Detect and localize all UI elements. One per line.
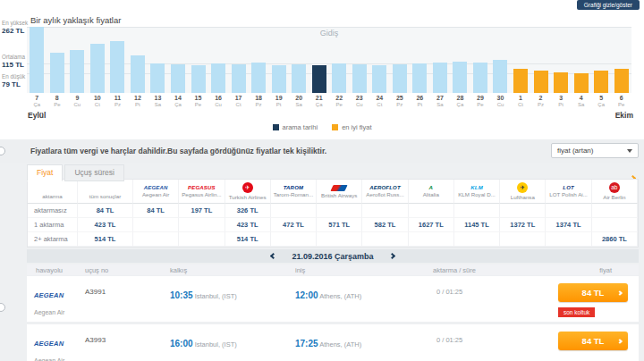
price-bar-day-11[interactable]: [107, 41, 128, 93]
price-bar-day-5[interactable]: [591, 71, 612, 93]
arrival-info: 17:25 Athens, (ATH): [295, 324, 420, 361]
price-bar-day-18[interactable]: [249, 63, 269, 93]
aegean-logo-icon: AEGEAN: [144, 185, 168, 190]
matrix-row-0: aktarmasız84 TL84 TL197 TL326 TL: [28, 204, 638, 218]
matrix-price-cell[interactable]: 326 TL: [225, 204, 271, 218]
flight-row-A3991: AEGEANAegean AirA399110:35 Istanbul, (IS…: [27, 276, 639, 324]
bar: [614, 69, 629, 93]
chart-legend: arama tarihi en iyi fiyat: [0, 123, 644, 131]
bar: [473, 63, 487, 93]
price-bar-day-19[interactable]: [268, 65, 289, 93]
bar: [332, 63, 346, 93]
matrix-row-label: aktarmasız: [28, 204, 78, 218]
price-bar-day-20[interactable]: [289, 64, 309, 93]
stat-average: Ortalama 115 TL: [2, 54, 29, 70]
column-arrival: iniş: [295, 266, 420, 274]
bar: [110, 41, 124, 93]
matrix-price-cell[interactable]: 514 TL: [225, 232, 271, 247]
price-bar-day-21[interactable]: [309, 65, 329, 93]
price-bar-day-7[interactable]: [27, 27, 47, 93]
previous-day-button[interactable]: [271, 254, 275, 258]
price-bars: [27, 27, 631, 93]
price-bar-day-30[interactable]: [490, 60, 511, 93]
price-bar-day-27[interactable]: [430, 63, 451, 93]
matrix-price-cell[interactable]: 1627 TL: [409, 218, 454, 232]
price-bar-day-25[interactable]: [390, 64, 411, 93]
price-bar-day-6[interactable]: [611, 69, 631, 93]
matrix-price-cell[interactable]: 423 TL: [225, 218, 271, 232]
matrix-price-cell[interactable]: 1374 TL: [546, 218, 591, 232]
matrix-column-header-9: KLMKLM Royal D...: [454, 180, 500, 204]
date-navigation-bar: 21.09.2016 Çarşamba: [27, 249, 639, 263]
tab-flight-duration[interactable]: Uçuş süresi: [64, 164, 123, 181]
matrix-price-cell: [179, 232, 225, 247]
matrix-price-cell[interactable]: 514 TL: [78, 232, 133, 247]
price-bar-day-8[interactable]: [47, 53, 68, 93]
column-flight-no: uçuş no: [85, 266, 170, 274]
matrix-price-cell[interactable]: 1372 TL: [500, 218, 546, 232]
matrix-price-cell[interactable]: 423 TL: [78, 218, 133, 232]
matrix-price-cell[interactable]: 582 TL: [362, 218, 408, 232]
matrix-row-label: 1 aktarma: [28, 218, 78, 232]
price-bar-day-14[interactable]: [168, 64, 189, 93]
matrix-row-2: 2+ aktarma514 TL514 TL2860 TL: [28, 232, 638, 247]
flight-row-A3993: AEGEANAegean AirA399316:00 Istanbul, (IS…: [27, 324, 639, 361]
select-flight-price-button[interactable]: 84 TL: [558, 283, 628, 302]
price-bar-day-3[interactable]: [551, 72, 572, 93]
price-bar-day-13[interactable]: [148, 63, 168, 93]
matrix-column-header-5: TAROMTarom-Roman...: [271, 180, 317, 204]
matrix-price-cell[interactable]: 2860 TL: [592, 232, 638, 247]
left-edge-radio-2[interactable]: [0, 303, 5, 312]
price-bar-day-28[interactable]: [450, 62, 470, 93]
column-price: fiyat: [555, 266, 639, 274]
matrix-price-cell[interactable]: 84 TL: [133, 204, 179, 218]
price-bar-day-15[interactable]: [188, 65, 208, 93]
matrix-price-cell: [362, 204, 408, 218]
bar: [393, 64, 407, 93]
axis-label-day-18: 18Pz: [249, 95, 269, 108]
bar: [50, 53, 64, 93]
aeroflot-logo-icon: AEROFLOT: [369, 185, 401, 190]
price-bar-day-2[interactable]: [530, 71, 551, 93]
price-bar-day-1[interactable]: [511, 69, 531, 93]
bar: [534, 71, 548, 93]
flight-price-cell: 84 TL: [555, 324, 639, 361]
bar: [171, 64, 185, 93]
axis-label-day-5: 5Ça: [591, 95, 612, 108]
flight-search-results-page: Grafiği gizle/göster Bir aylık yaklaşık …: [0, 0, 644, 361]
next-day-button[interactable]: [390, 254, 394, 258]
matrix-column-header-12: abAir Berlin: [592, 180, 638, 204]
chevron-right-icon: [388, 253, 394, 259]
bar: [251, 63, 266, 93]
price-bar-day-26[interactable]: [410, 63, 430, 93]
column-departure: kalkış: [170, 266, 295, 274]
price-bar-day-17[interactable]: [228, 64, 249, 93]
sort-dropdown[interactable]: fiyat (artan): [551, 143, 639, 158]
stat-average-value: 115 TL: [2, 61, 29, 70]
select-flight-price-button[interactable]: 84 TL: [558, 332, 628, 350]
price-bar-day-10[interactable]: [88, 44, 108, 93]
price-bar-day-29[interactable]: [470, 63, 491, 93]
tab-price[interactable]: Fiyat: [27, 164, 63, 181]
matrix-price-cell: [546, 232, 591, 247]
departure-info: 10:35 Istanbul, (IST): [170, 276, 295, 322]
price-bar-day-9[interactable]: [67, 50, 88, 93]
price-bar-day-16[interactable]: [208, 63, 229, 93]
price-bar-day-22[interactable]: [329, 63, 350, 93]
price-bar-day-24[interactable]: [369, 65, 390, 93]
matrix-price-cell[interactable]: 1145 TL: [454, 218, 500, 232]
matrix-price-cell[interactable]: 84 TL: [78, 204, 133, 218]
pegasus-logo-icon: PEGASUS: [188, 185, 216, 190]
price-matrix-table: aktarmatüm sonuçlarAEGEANAegean AirPEGAS…: [27, 179, 639, 248]
price-bar-day-12[interactable]: [128, 55, 148, 93]
matrix-column-header-1: tüm sonuçlar: [78, 180, 133, 204]
axis-label-day-1: 1Ct: [511, 95, 531, 108]
toggle-chart-button[interactable]: Grafiği gizle/göster: [577, 0, 640, 10]
axis-label-day-3: 3Pt: [551, 95, 572, 108]
matrix-price-cell[interactable]: 571 TL: [317, 218, 362, 232]
matrix-column-header-0: aktarma: [28, 180, 78, 204]
price-bar-day-4[interactable]: [571, 73, 591, 93]
price-bar-day-23[interactable]: [350, 64, 370, 93]
matrix-price-cell[interactable]: 472 TL: [271, 218, 317, 232]
matrix-price-cell[interactable]: 197 TL: [179, 204, 225, 218]
